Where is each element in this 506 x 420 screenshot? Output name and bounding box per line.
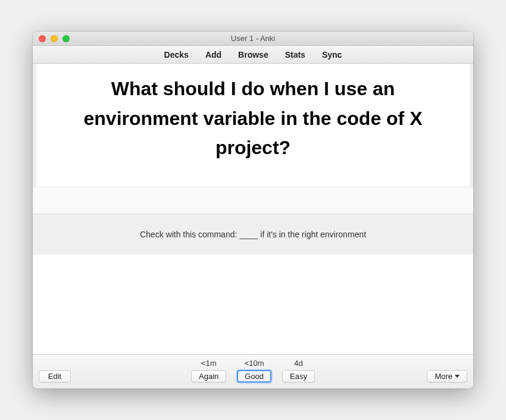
titlebar: User 1 - Anki [33, 32, 473, 46]
interval-easy: 4d [294, 359, 302, 368]
toolbar-add[interactable]: Add [205, 50, 221, 59]
card-area: What should I do when I use an environme… [33, 64, 473, 354]
close-icon[interactable] [39, 35, 46, 42]
bottom-right-controls: More [427, 370, 467, 383]
window-controls [33, 35, 70, 42]
interval-again: <1m [201, 359, 217, 368]
window-title: User 1 - Anki [33, 34, 473, 43]
minimize-icon[interactable] [51, 35, 58, 42]
answer-col-again: <1m Again [191, 359, 226, 383]
question-text: What should I do when I use an environme… [54, 74, 452, 163]
more-button-label: More [435, 372, 452, 381]
review-bar: Edit <1m Again <10m Good 4d Easy More [33, 354, 473, 388]
answer-col-easy: 4d Easy [282, 359, 315, 383]
bottom-left-controls: Edit [39, 370, 71, 383]
card-content: What should I do when I use an environme… [33, 64, 473, 354]
chevron-down-icon [455, 375, 460, 378]
edit-button[interactable]: Edit [39, 370, 71, 383]
toolbar-decks[interactable]: Decks [164, 50, 189, 59]
question-section: What should I do when I use an environme… [33, 64, 473, 187]
main-toolbar: Decks Add Browse Stats Sync [33, 46, 473, 64]
again-button[interactable]: Again [191, 370, 226, 383]
toolbar-stats[interactable]: Stats [285, 50, 305, 59]
answer-col-good: <10m Good [237, 359, 271, 383]
answer-text: Check with this command: ____ if it's in… [140, 230, 366, 239]
interval-good: <10m [245, 359, 264, 368]
toolbar-sync[interactable]: Sync [322, 50, 342, 59]
maximize-icon[interactable] [63, 35, 70, 42]
easy-button[interactable]: Easy [282, 370, 315, 383]
good-button[interactable]: Good [237, 370, 271, 383]
card-lower-space [33, 255, 473, 354]
answer-buttons: <1m Again <10m Good 4d Easy [39, 359, 467, 383]
toolbar-browse[interactable]: Browse [238, 50, 268, 59]
app-window: User 1 - Anki Decks Add Browse Stats Syn… [33, 32, 473, 388]
answer-section: Check with this command: ____ if it's in… [33, 214, 473, 255]
more-button[interactable]: More [427, 370, 467, 383]
divider [33, 187, 473, 214]
